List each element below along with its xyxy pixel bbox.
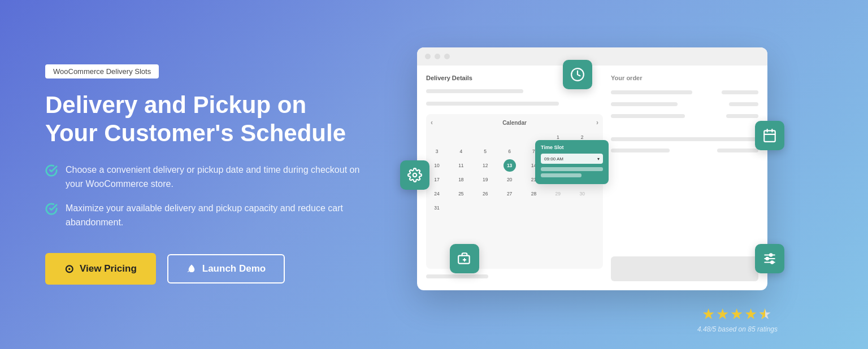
cal-cell: 29 xyxy=(552,187,564,200)
launch-demo-button[interactable]: Launch Demo xyxy=(167,254,285,283)
cal-next-arrow[interactable]: › xyxy=(596,119,598,126)
feature-item-1: Choose a convenient delivery or pickup d… xyxy=(45,163,362,191)
order-item-name xyxy=(611,90,692,94)
browser-dot-2 xyxy=(435,54,440,59)
sliders-float-icon xyxy=(755,244,784,273)
order-item-price xyxy=(726,114,758,118)
ts-line-1 xyxy=(541,167,603,171)
order-title: Your order xyxy=(611,75,758,81)
svg-rect-2 xyxy=(764,130,775,142)
left-column: WooCommerce Delivery Slots Delivery and … xyxy=(45,64,362,285)
cal-cell[interactable]: 10 xyxy=(431,159,443,172)
cart-icon xyxy=(457,251,472,266)
gear-float-icon xyxy=(400,160,429,190)
cal-cell[interactable]: 26 xyxy=(479,187,492,200)
order-item-price xyxy=(722,90,758,94)
hero-section: WooCommerce Delivery Slots Delivery and … xyxy=(0,0,868,349)
cal-prev-arrow[interactable]: ‹ xyxy=(431,119,433,126)
rocket-icon xyxy=(186,264,197,274)
svg-point-14 xyxy=(771,261,773,263)
detail-line-2 xyxy=(426,102,559,106)
headline: Delivery and Pickup on Your Customer's S… xyxy=(45,91,362,148)
browser-dot-1 xyxy=(425,54,431,59)
feature-list: Choose a convenient delivery or pickup d… xyxy=(45,163,362,229)
cal-cell[interactable]: 4 xyxy=(455,145,467,158)
clock-icon xyxy=(570,67,585,82)
order-row-3 xyxy=(611,114,758,118)
cal-cell[interactable]: 5 xyxy=(479,145,492,158)
svg-point-12 xyxy=(770,254,772,256)
gear-icon xyxy=(407,168,422,182)
cal-cell[interactable]: 3 xyxy=(431,145,443,158)
browser-mockup: Delivery Details ‹ Calendar › xyxy=(417,47,767,290)
cal-cell[interactable]: 25 xyxy=(455,187,467,200)
sliders-icon xyxy=(762,251,777,266)
view-pricing-button[interactable]: ⊙ View Pricing xyxy=(45,253,156,285)
cal-cell[interactable]: 12 xyxy=(479,159,492,172)
cal-cell[interactable]: 19 xyxy=(479,173,492,186)
cal-cell[interactable]: 20 xyxy=(504,173,516,186)
order-row-2 xyxy=(611,102,758,106)
order-row-1 xyxy=(611,90,758,94)
browser-bar xyxy=(417,47,767,66)
browser-dot-3 xyxy=(444,54,450,59)
calendar-icon xyxy=(762,128,777,143)
cal-cell[interactable]: 28 xyxy=(527,187,540,200)
ts-line-2 xyxy=(541,173,581,177)
timeslot-title: Time Slot xyxy=(541,145,603,150)
svg-point-13 xyxy=(766,258,769,260)
cal-cell[interactable]: 6 xyxy=(504,145,516,158)
checkout-right-panel: Your order xyxy=(611,75,758,281)
cal-cell[interactable]: 17 xyxy=(431,173,443,186)
calendar-header: ‹ Calendar › xyxy=(431,119,598,126)
checkmark-icon-2 xyxy=(45,203,58,215)
cal-cell[interactable]: 27 xyxy=(504,187,516,200)
order-item-name xyxy=(611,114,684,118)
cal-cell[interactable]: 11 xyxy=(455,159,467,172)
cal-cell[interactable]: 18 xyxy=(455,173,467,186)
timeslot-widget: Time Slot 09:00 AM ▾ xyxy=(535,140,609,184)
order-place-button[interactable] xyxy=(611,256,758,281)
feature-item-2: Maximize your available delivery and pic… xyxy=(45,202,362,230)
cal-cell xyxy=(431,131,443,143)
order-item-price xyxy=(729,102,758,106)
order-item-name xyxy=(611,102,677,106)
cal-cell-today[interactable]: 13 xyxy=(504,159,516,172)
arrow-icon: ⊙ xyxy=(64,262,74,276)
cal-cell[interactable]: 24 xyxy=(431,187,443,200)
order-total-row xyxy=(611,149,758,152)
product-badge: WooCommerce Delivery Slots xyxy=(45,64,159,78)
cal-cell xyxy=(479,131,492,143)
billing-line xyxy=(426,274,488,278)
checkmark-icon-1 xyxy=(45,164,58,177)
detail-line-1 xyxy=(426,89,523,93)
button-row: ⊙ View Pricing Launch Demo xyxy=(45,253,362,285)
clock-float-icon xyxy=(563,60,592,89)
order-separator xyxy=(611,137,758,141)
cal-cell[interactable]: 31 xyxy=(431,202,443,214)
right-column: Delivery Details ‹ Calendar › xyxy=(362,0,823,349)
cart-float-icon xyxy=(450,244,479,273)
timeslot-select[interactable]: 09:00 AM ▾ xyxy=(541,154,603,164)
rating-text: 4.48/5 based on 85 ratings xyxy=(697,325,778,333)
rating-section: ★★★★★★ 4.48/5 based on 85 ratings xyxy=(697,306,778,333)
star-rating: ★★★★★★ xyxy=(697,306,778,323)
calendar-title: Calendar xyxy=(502,120,527,126)
cal-cell: 30 xyxy=(576,187,588,200)
cal-cell xyxy=(504,131,516,143)
calendar-float-icon xyxy=(755,121,784,150)
cal-cell xyxy=(455,131,467,143)
svg-point-1 xyxy=(413,173,417,177)
